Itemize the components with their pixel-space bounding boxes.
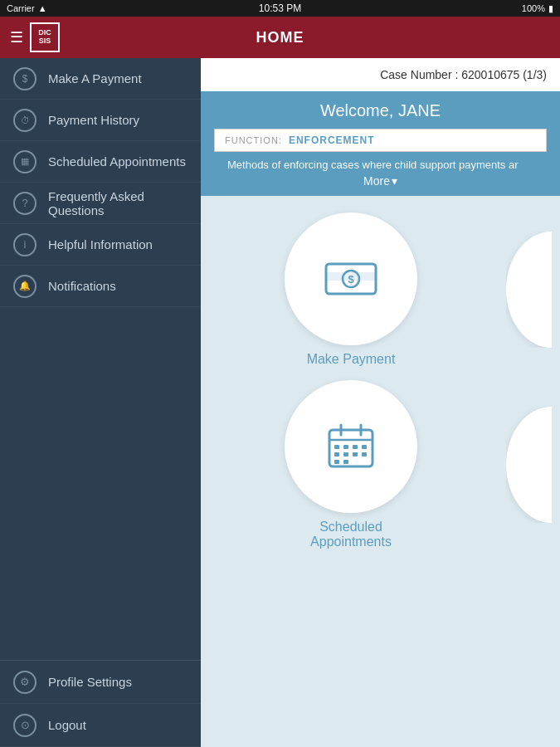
calendar-icon: [321, 417, 381, 476]
status-left: Carrier ▲: [7, 3, 47, 13]
welcome-title: Welcome, JANE: [214, 101, 547, 129]
function-bar: FUNCTION: ENFORCEMENT: [214, 129, 547, 152]
scheduled-appointments-icon: ▦: [13, 150, 37, 173]
sidebar-label-profile-settings: Profile Settings: [48, 675, 132, 689]
main-content: Case Number : 620010675 (1/3) Welcome, J…: [201, 58, 560, 747]
battery-icon: ▮: [548, 3, 553, 14]
svg-rect-14: [353, 452, 358, 456]
svg-rect-16: [334, 460, 339, 464]
sidebar-label-notifications: Notifications: [48, 279, 116, 293]
svg-rect-9: [343, 445, 348, 449]
make-payment-container: $ Make Payment: [209, 212, 493, 367]
more-bar: More ▾: [214, 171, 547, 196]
case-number-text: Case Number : 620010675 (1/3): [380, 68, 547, 81]
grid-row-2: Scheduled Appointments: [209, 380, 552, 549]
sidebar-label-scheduled-appointments: Scheduled Appointments: [48, 154, 186, 168]
sidebar-item-helpful-info[interactable]: i Helpful Information: [0, 224, 201, 266]
scheduled-appointments-container: Scheduled Appointments: [209, 380, 493, 549]
svg-text:$: $: [348, 273, 354, 286]
payment-history-icon: ⏱: [13, 109, 37, 132]
wifi-icon: ▲: [38, 3, 47, 13]
scheduled-appointments-label: Scheduled Appointments: [310, 520, 392, 549]
partial-circle-right-2: [506, 407, 552, 523]
chevron-down-icon: ▾: [392, 174, 397, 188]
sidebar-label-logout: Logout: [48, 718, 86, 732]
welcome-section: Welcome, JANE FUNCTION: ENFORCEMENT Meth…: [201, 91, 560, 196]
grid-area: $ Make Payment: [201, 196, 560, 566]
make-payment-icon: $: [321, 249, 381, 309]
helpful-info-icon: i: [13, 233, 37, 256]
svg-rect-13: [343, 452, 348, 456]
partial-circle-right-1: [506, 232, 552, 348]
description-text: Methods of enforcing cases where child s…: [227, 159, 518, 171]
hamburger-button[interactable]: ☰: [10, 28, 23, 46]
svg-rect-17: [343, 460, 348, 464]
make-payment-label: Make Payment: [307, 352, 396, 367]
case-number-bar: Case Number : 620010675 (1/3): [201, 58, 560, 91]
status-right: 100% ▮: [522, 3, 553, 14]
faq-icon: ?: [13, 192, 37, 215]
sidebar-item-make-payment[interactable]: $ Make A Payment: [0, 58, 201, 100]
logout-icon: ⊙: [13, 714, 37, 737]
sidebar-label-faq: Frequently Asked Questions: [48, 189, 187, 217]
svg-rect-10: [353, 445, 358, 449]
make-payment-icon: $: [13, 67, 37, 90]
top-bar-title: HOME: [256, 29, 304, 46]
notifications-icon: 🔔: [13, 275, 37, 298]
sidebar-spacer: [0, 307, 201, 660]
svg-rect-11: [362, 445, 367, 449]
scheduled-appointments-circle[interactable]: [285, 380, 417, 513]
svg-rect-12: [334, 452, 339, 456]
sidebar-item-faq[interactable]: ? Frequently Asked Questions: [0, 183, 201, 224]
sidebar-item-profile-settings[interactable]: ⚙ Profile Settings: [0, 661, 201, 704]
profile-settings-icon: ⚙: [13, 671, 37, 694]
more-button[interactable]: More ▾: [227, 174, 533, 188]
function-value: ENFORCEMENT: [289, 134, 375, 146]
sidebar-label-payment-history: Payment History: [48, 113, 139, 127]
function-label: FUNCTION:: [225, 135, 282, 145]
sidebar-bottom: ⚙ Profile Settings ⊙ Logout: [0, 660, 201, 747]
sidebar: ⌂ Home $ Make A Payment ⏱ Payment Histor…: [0, 17, 201, 747]
carrier-label: Carrier: [7, 3, 35, 13]
status-time: 10:53 PM: [259, 2, 301, 14]
app-logo: DIC SIS: [30, 22, 60, 52]
svg-rect-15: [362, 452, 367, 456]
sidebar-item-logout[interactable]: ⊙ Logout: [0, 704, 201, 747]
description-bar: Methods of enforcing cases where child s…: [214, 152, 547, 171]
sidebar-item-payment-history[interactable]: ⏱ Payment History: [0, 100, 201, 141]
sidebar-item-notifications[interactable]: 🔔 Notifications: [0, 266, 201, 307]
make-payment-circle[interactable]: $: [285, 212, 417, 345]
battery-label: 100%: [522, 3, 545, 13]
sidebar-item-scheduled-appointments[interactable]: ▦ Scheduled Appointments: [0, 141, 201, 183]
svg-rect-8: [334, 445, 339, 449]
top-bar: ☰ DIC SIS HOME: [0, 17, 560, 58]
sidebar-label-make-payment: Make A Payment: [48, 71, 142, 85]
sidebar-label-helpful-info: Helpful Information: [48, 237, 153, 251]
status-bar: Carrier ▲ 10:53 PM 100% ▮: [0, 0, 560, 17]
grid-row-1: $ Make Payment: [209, 212, 552, 367]
